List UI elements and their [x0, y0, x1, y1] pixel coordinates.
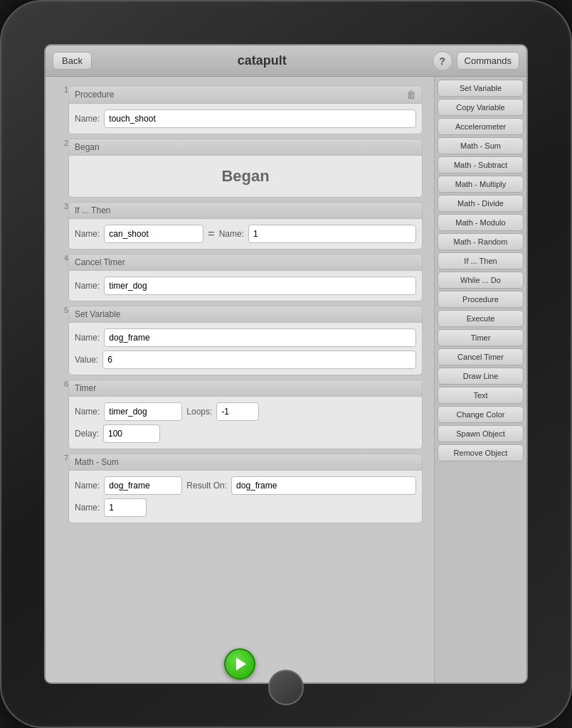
math-sum-name-label: Name: [75, 481, 100, 491]
began-block-header: Began [69, 139, 422, 156]
began-block-body: Began [69, 156, 422, 197]
cmd-accelerometer[interactable]: Accelerometer [438, 118, 524, 135]
procedure-block-body: Name: [69, 104, 422, 134]
math-sum-name2-input[interactable] [104, 498, 147, 517]
began-header-label: Began [75, 142, 100, 152]
cmd-timer[interactable]: Timer [438, 329, 524, 346]
row-number-2: 2 [58, 139, 68, 147]
cmd-math-modulo[interactable]: Math - Modulo [438, 214, 524, 231]
main-content: 1 Procedure 🗑 Name: [46, 77, 526, 684]
row-number-5: 5 [58, 306, 68, 314]
began-text: Began [221, 167, 269, 185]
cmd-set-variable[interactable]: Set Variable [438, 80, 524, 97]
page-title: catapult [238, 53, 287, 68]
ipad-device: Back catapult ? Commands 1 Procedure [0, 0, 572, 728]
math-result-label: Result On: [186, 481, 227, 491]
procedure-name-label: Name: [75, 114, 100, 124]
if-then-header: If ... Then [69, 203, 422, 219]
cmd-procedure[interactable]: Procedure [438, 291, 524, 308]
row-number-1: 1 [58, 85, 68, 94]
set-var-value-input[interactable] [102, 350, 416, 369]
cmd-cancel-timer[interactable]: Cancel Timer [438, 348, 524, 365]
math-sum-name-input[interactable] [104, 476, 182, 495]
cmd-math-multiply[interactable]: Math - Multiply [438, 176, 524, 193]
help-button[interactable]: ? [433, 51, 452, 71]
row-number-3: 3 [58, 202, 68, 210]
block-row-5: 5 Set Variable Name: [57, 306, 423, 375]
math-result-input[interactable] [231, 476, 416, 495]
math-sum-name-result-row: Name: Result On: [75, 476, 416, 495]
cmd-text[interactable]: Text [438, 387, 524, 404]
math-sum-name2-label: Name: [75, 503, 100, 513]
timer-delay-label: Delay: [75, 429, 99, 439]
play-icon [236, 658, 246, 670]
procedure-name-input[interactable] [104, 109, 416, 128]
timer-loops-label: Loops: [186, 407, 212, 417]
cancel-timer-label: Cancel Timer [75, 257, 125, 267]
cmd-execute[interactable]: Execute [438, 310, 524, 327]
set-variable-header: Set Variable [69, 306, 422, 323]
if-right-name-label: Name: [219, 229, 244, 239]
cmd-math-sum[interactable]: Math - Sum [438, 137, 524, 154]
if-then-row: Name: = Name: [75, 225, 416, 243]
procedure-name-row: Name: [75, 109, 416, 128]
set-var-name-row: Name: [75, 328, 416, 347]
procedure-header-label: Procedure [75, 90, 114, 100]
timer-header: Timer [69, 380, 422, 397]
cmd-draw-line[interactable]: Draw Line [438, 368, 524, 385]
if-name-label: Name: [75, 229, 100, 239]
header-bar: Back catapult ? Commands [46, 46, 526, 77]
began-block: Began Began [68, 139, 423, 198]
editor-panel: 1 Procedure 🗑 Name: [46, 77, 434, 684]
math-sum-name2-row: Name: [75, 498, 416, 517]
cancel-timer-name-input[interactable] [104, 277, 416, 295]
delete-icon[interactable]: 🗑 [406, 89, 416, 100]
set-var-name-input[interactable] [104, 328, 416, 347]
set-var-value-label: Value: [75, 355, 98, 365]
timer-loops-input[interactable] [216, 402, 259, 421]
cmd-if-then[interactable]: If ... Then [438, 252, 524, 269]
set-variable-label: Set Variable [75, 309, 120, 319]
cmd-while-do[interactable]: While ... Do [438, 272, 524, 289]
row-number-7: 7 [58, 454, 68, 462]
cmd-change-color[interactable]: Change Color [438, 406, 524, 423]
cmd-spawn-object[interactable]: Spawn Object [438, 425, 524, 442]
math-sum-header: Math - Sum [69, 454, 422, 471]
back-button[interactable]: Back [53, 52, 92, 70]
equals-sign: = [208, 228, 214, 240]
cancel-timer-name-row: Name: [75, 277, 416, 295]
cmd-copy-variable[interactable]: Copy Variable [438, 99, 524, 116]
cmd-math-random[interactable]: Math - Random [438, 233, 524, 250]
timer-delay-input[interactable] [103, 424, 160, 443]
row-number-6: 6 [58, 380, 68, 388]
math-sum-body: Name: Result On: Name: [69, 471, 422, 523]
if-then-block: If ... Then Name: = Name: [68, 202, 423, 250]
timer-delay-row: Delay: [75, 424, 416, 443]
if-right-name-input[interactable] [248, 225, 416, 243]
block-row-4: 4 Cancel Timer Name: [57, 254, 423, 301]
play-button[interactable] [224, 648, 255, 680]
math-sum-label: Math - Sum [75, 457, 119, 467]
cmd-math-subtract[interactable]: Math - Subtract [438, 156, 524, 173]
cancel-timer-block: Cancel Timer Name: [68, 254, 423, 301]
timer-name-input[interactable] [104, 402, 182, 421]
cmd-remove-object[interactable]: Remove Object [438, 444, 524, 461]
block-row-1: 1 Procedure 🗑 Name: [57, 85, 423, 134]
timer-name-loops-row: Name: Loops: [75, 402, 416, 421]
if-name-input[interactable] [104, 225, 203, 243]
block-row-3: 3 If ... Then Name: = Name: [57, 202, 423, 250]
procedure-block-header: Procedure 🗑 [69, 86, 422, 104]
header-right-controls: ? Commands [433, 51, 519, 71]
if-then-header-label: If ... Then [75, 205, 110, 215]
set-variable-body: Name: Value: [69, 323, 422, 375]
commands-button[interactable]: Commands [457, 52, 519, 70]
if-then-body: Name: = Name: [69, 219, 422, 249]
home-button[interactable] [268, 670, 304, 705]
set-variable-block: Set Variable Name: Value: [68, 306, 423, 375]
ipad-screen: Back catapult ? Commands 1 Procedure [44, 44, 528, 684]
set-var-value-row: Value: [75, 350, 416, 369]
set-var-name-label: Name: [75, 333, 100, 343]
editor-scroll-area: 1 Procedure 🗑 Name: [51, 81, 428, 681]
play-area [224, 648, 255, 680]
cmd-math-divide[interactable]: Math - Divide [438, 195, 524, 212]
